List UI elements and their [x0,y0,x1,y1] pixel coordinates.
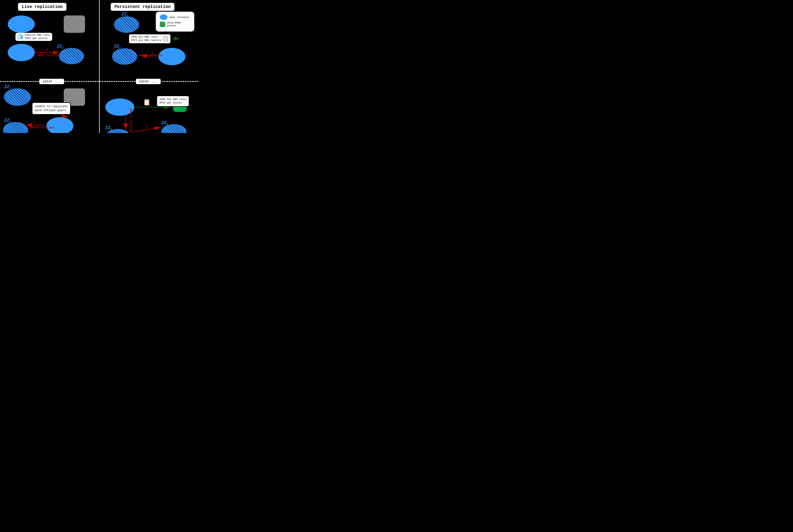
live-replication-title: Live replication [17,2,67,12]
legend-pinner-label: IPLD/IPNS pinner [167,21,190,27]
offline-peer-bl1 [4,89,31,106]
offline-peer-tl2 [59,48,84,64]
ipfs-doc-icon: 📋 [162,36,168,42]
opal-instance-tl1 [8,16,35,33]
svg-text:✕: ✕ [34,120,36,124]
svg-text:✕: ✕ [146,124,148,129]
unable-text: unable to replicatewith offline peers [35,105,68,112]
ipns-has-text: IPNS has DAG rootsIPFS get blocks [159,98,186,104]
opal-instance-bl [47,117,73,133]
ipfs-cube-icon: 🧊 [17,34,24,40]
vertical-divider [99,0,100,133]
opal-instance-tr2 [159,48,185,65]
publish-dag-box: 🧊 Publish DAG rootsIPFS get blocks [16,33,52,41]
zzz-bl1: ZZz [4,84,11,90]
legend: opal instance 📌 IPLD/IPNS pinner [156,12,194,32]
later-label-left: later ... [39,78,65,85]
offline-peer-tr1 [114,16,139,33]
ipns-has-label: IPNS has DAG rootsIPFS get blocks [156,96,189,107]
svg-line-18 [131,128,160,132]
legend-opal-label: opal instance [169,16,189,19]
peers-offline-vertical: peers offline [129,109,132,133]
svg-text:✕: ✕ [46,47,48,52]
peers-offline-tr: peers offline [138,54,162,57]
publish-dag-label: Publish DAG rootsIPFS get blocks [25,34,51,40]
svg-text:✕: ✕ [124,122,126,126]
ipfs-doc-br: 📋 [143,98,151,106]
offline-peer-bl2 [3,122,28,133]
opal-instance-tl2 [8,44,35,61]
legend-pinner-icon: 📌 [160,22,165,27]
legend-pinner-item: 📌 IPLD/IPNS pinner [160,21,190,27]
legend-opal-item: opal instance [160,15,190,20]
horizontal-divider [0,81,198,82]
ipns-pin-label: IPNS pin DAG rootsIPFS pin DAG replica [131,36,161,42]
zzz-tr2: ZZz [114,44,121,49]
peer-offline-label: peer offline [38,54,60,57]
offline-peer-tr2 [112,48,137,65]
offline-peer-tl [64,16,85,33]
persistent-replication-title: Persistent replication [110,2,175,12]
unable-to-replicate-label: unable to replicatewith offline peers [32,102,71,115]
later-label-right: later ... [135,78,161,85]
peers-offline-bl: peers offline [30,126,54,129]
diagram: ✕ ✕ ✕ ✕ ✕ ✕ Live replication Persistent … [0,0,198,133]
legend-opal-icon [160,15,167,20]
ipns-pin-box: IPNS pin DAG rootsIPFS pin DAG replica 📋 [128,34,171,44]
zzz-tl2: ZZz [57,44,64,49]
